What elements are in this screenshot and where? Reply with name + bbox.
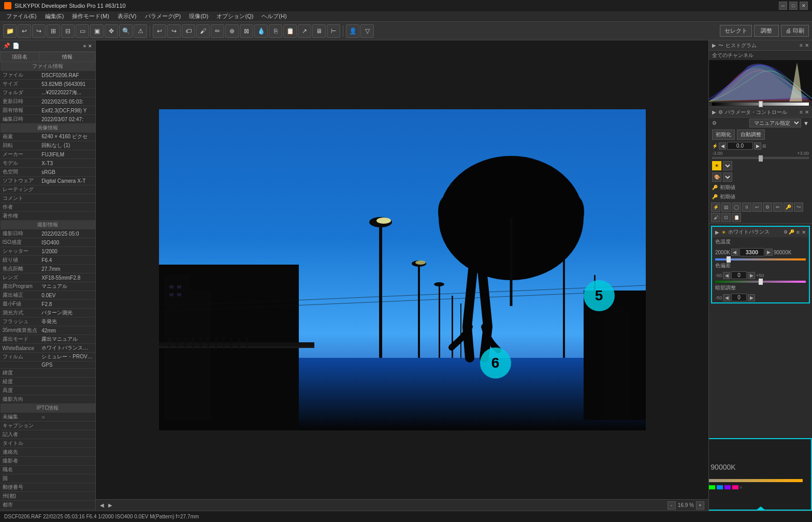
histogram-close-icon[interactable]: ✕: [805, 42, 809, 48]
toolbar-move-btn[interactable]: ✥: [105, 24, 118, 38]
toolbar-transform-btn[interactable]: ⊠: [240, 24, 253, 38]
zoom-out-btn[interactable]: -: [668, 501, 676, 510]
left-panel-pin-icon[interactable]: 📌: [3, 42, 10, 49]
exposure-slider[interactable]: [712, 157, 809, 159]
tint-dec-btn[interactable]: ◀: [723, 272, 730, 279]
toolbar-grid-btn[interactable]: ⊞: [47, 24, 60, 38]
shadow-inc-btn[interactable]: ▶: [748, 294, 755, 301]
info-scroll[interactable]: 項目名 情報 ファイル情報 ファイルDSCF0206.RAF サイズ53.82M…: [0, 52, 95, 511]
tool-icon5[interactable]: ↩: [752, 202, 762, 212]
ct-thumb[interactable]: [727, 256, 731, 263]
toolbar-export-btn[interactable]: ↗: [298, 24, 311, 38]
exposure-inc-btn[interactable]: ▶: [754, 142, 761, 150]
adjust-button[interactable]: 調整: [754, 25, 779, 37]
select-button[interactable]: セレクト: [720, 25, 752, 37]
table-row: レーティング: [1, 185, 95, 194]
toolbar-paste-btn[interactable]: 📋: [283, 24, 297, 38]
toolbar-arrow2-btn[interactable]: ↪: [167, 24, 181, 38]
tone-sun-icon[interactable]: ☀: [712, 161, 721, 170]
tone-mode2-select[interactable]: マニュアル指定: [723, 172, 732, 182]
menu-option[interactable]: オプション(Q): [212, 11, 257, 21]
histogram-slider[interactable]: [712, 103, 809, 106]
toolbar-warn-btn[interactable]: ⚠: [134, 24, 147, 38]
tint-thumb[interactable]: [759, 279, 763, 285]
toolbar-rect-btn[interactable]: ▭: [76, 24, 89, 38]
menu-develop[interactable]: 現像(D): [185, 11, 212, 21]
exposure-dec-btn[interactable]: ◀: [719, 142, 726, 150]
toolbar-redo-btn[interactable]: ↪: [32, 24, 46, 38]
toolbar-arrow-btn[interactable]: ↩: [153, 24, 166, 38]
tool-icon11[interactable]: ⊡: [721, 213, 731, 222]
param-close-icon[interactable]: ✕: [805, 109, 809, 115]
minimize-button[interactable]: ─: [779, 2, 787, 10]
toolbar-clone-btn[interactable]: ⊕: [225, 24, 239, 38]
toolbar-undo-btn[interactable]: ↩: [18, 24, 31, 38]
toolbar-search-btn[interactable]: 🔍: [119, 24, 133, 38]
toolbar-person-btn[interactable]: 👤: [346, 24, 359, 38]
param-menu-icon[interactable]: ≡: [800, 109, 803, 115]
toolbar-brush-btn[interactable]: 🖌: [196, 24, 210, 38]
wb-menu-icon[interactable]: ≡: [796, 229, 800, 235]
left-panel-expand[interactable]: ≡: [83, 44, 86, 49]
init-button[interactable]: 初期化: [712, 129, 735, 140]
maximize-button[interactable]: □: [789, 2, 798, 10]
toolbar-grid2-btn[interactable]: ⊟: [61, 24, 75, 38]
ct-tooltip-slider[interactable]: [708, 479, 803, 482]
toolbar-multi-btn[interactable]: ▣: [90, 24, 104, 38]
left-panel-close[interactable]: ✕: [88, 44, 92, 49]
print-button[interactable]: 🖨 印刷: [781, 25, 809, 37]
tool-icon2[interactable]: ▤: [721, 202, 731, 212]
ct-dec-btn[interactable]: ◀: [731, 249, 738, 256]
scroll-left-btn[interactable]: ◀: [100, 502, 104, 508]
histogram-expand-icon[interactable]: ▶: [712, 42, 716, 48]
tool-icon12[interactable]: 📋: [732, 213, 741, 222]
tool-icon1[interactable]: ⚡: [711, 202, 720, 212]
param-expand-icon[interactable]: ▶: [712, 109, 716, 115]
exposure-expand-icon[interactable]: ⊞: [762, 143, 766, 149]
tool-icon7[interactable]: ✏: [773, 202, 782, 212]
left-panel-icon2[interactable]: 📄: [12, 42, 20, 49]
svg-rect-8: [177, 293, 181, 296]
tint-slider[interactable]: [715, 281, 806, 283]
toolbar-copy-btn[interactable]: ⎘: [269, 24, 282, 38]
tool-icon10[interactable]: 🖌: [711, 213, 720, 222]
tool-icon8[interactable]: 🔑: [784, 202, 793, 212]
ct-value[interactable]: 3300: [740, 248, 764, 256]
param-mode-select[interactable]: マニュアル指定: [749, 119, 801, 127]
menu-view[interactable]: 表示(V): [113, 11, 141, 21]
wb-expand-icon[interactable]: ▶: [715, 229, 719, 235]
tone-icon2[interactable]: 🎨: [712, 172, 721, 182]
close-button[interactable]: ✕: [800, 2, 808, 10]
toolbar-water-btn[interactable]: 💧: [254, 24, 268, 38]
tool-icon3[interactable]: ◯: [732, 202, 741, 212]
zoom-in-btn[interactable]: +: [696, 501, 704, 510]
tone-mode2-dropdown[interactable]: マニュアル指定: [723, 174, 732, 180]
tone-mode1-select[interactable]: マニュアル指定: [723, 161, 732, 170]
tone-mode1-dropdown[interactable]: マニュアル指定: [723, 163, 732, 169]
shadow-dec-btn[interactable]: ◀: [723, 294, 730, 301]
tool-icon4[interactable]: II: [742, 202, 751, 212]
toolbar-pen-btn[interactable]: ✏: [211, 24, 224, 38]
menu-param[interactable]: パラメーク(P): [141, 11, 185, 21]
scroll-right-btn[interactable]: ▶: [108, 502, 112, 508]
toolbar-monitor-btn[interactable]: 🖥: [312, 24, 326, 38]
tint-inc-btn[interactable]: ▶: [748, 272, 755, 279]
ct-inc-btn[interactable]: ▶: [765, 249, 773, 256]
toolbar-tag-btn[interactable]: 🏷: [182, 24, 195, 38]
histogram-slider-thumb[interactable]: [759, 101, 763, 107]
tool-icon6[interactable]: ⚙: [763, 202, 772, 212]
menu-mode[interactable]: 操作モード(M): [68, 11, 113, 21]
ct-slider[interactable]: [715, 258, 806, 260]
auto-button[interactable]: 自動調整: [737, 129, 765, 140]
menu-help[interactable]: ヘルプ(H): [257, 11, 291, 21]
wb-close-icon[interactable]: ✕: [802, 229, 806, 235]
image-container[interactable]: 5 6: [96, 40, 708, 499]
menu-file[interactable]: ファイル(E): [2, 11, 41, 21]
toolbar-open-btn[interactable]: 📁: [3, 24, 17, 38]
toolbar-filter-btn[interactable]: ▽: [360, 24, 374, 38]
toolbar-trim-btn[interactable]: ⊢: [327, 24, 340, 38]
tool-icon9[interactable]: 〜: [794, 202, 803, 212]
histogram-menu-icon[interactable]: ≡: [800, 42, 803, 48]
exposure-thumb[interactable]: [759, 155, 763, 162]
menu-edit[interactable]: 編集(E): [41, 11, 68, 21]
